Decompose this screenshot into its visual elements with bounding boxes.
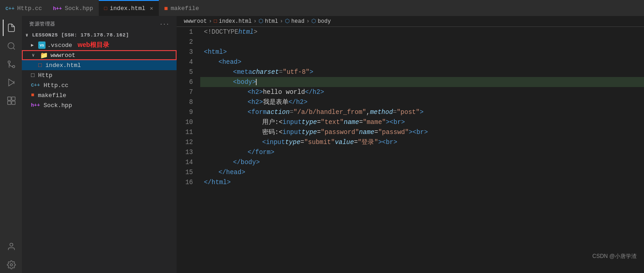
activity-source-control-icon[interactable]	[3, 56, 19, 72]
breadcrumb-sep-4: ›	[306, 18, 309, 25]
index-html-label: index.html	[46, 62, 81, 69]
editor: wwwroot › □ index.html › ⬡ html › ⬡ head…	[177, 16, 644, 273]
code-line-6: <body>	[200, 77, 644, 87]
svg-rect-6	[8, 97, 11, 101]
svg-line-1	[13, 48, 15, 50]
breadcrumb-icon-head: ⬡	[285, 18, 289, 25]
breadcrumb-sep-3: ›	[280, 18, 283, 25]
tab-index-html-label: index.html	[110, 5, 145, 12]
code-line-2	[200, 37, 644, 47]
html-file-icon: □	[38, 62, 42, 69]
activity-run-icon[interactable]	[3, 74, 19, 91]
hpp-file-icon: h++	[31, 103, 40, 108]
generic-file-icon: □	[31, 72, 35, 79]
breadcrumb-icon-body: ⬡	[311, 18, 316, 25]
svg-rect-7	[12, 97, 15, 101]
breadcrumb-icon-html: □	[214, 18, 217, 25]
breadcrumb-body: body	[318, 18, 331, 25]
makefile-label: makefile	[38, 92, 66, 99]
activity-files-icon[interactable]	[3, 20, 19, 36]
sidebar-title-text: 资源管理器	[29, 21, 56, 27]
wwwroot-label: wwwroot	[51, 52, 76, 59]
breadcrumb-index-html: index.html	[219, 18, 252, 25]
sidebar-item-index-html[interactable]: □ index.html	[22, 60, 177, 70]
code-line-10: 用户:<input type = "text" name = "mame"><b…	[200, 117, 644, 127]
web-root-annotation: web根目录	[78, 41, 109, 49]
code-line-16: </html>	[200, 177, 644, 187]
editor-content[interactable]: 1 2 3 4 5 6 7 8 9 10 11 12 13 14 15 16	[177, 27, 644, 273]
tab-index-html[interactable]: □ index.html ✕	[99, 0, 159, 16]
activity-extensions-icon[interactable]	[3, 93, 19, 109]
text-cursor	[256, 79, 257, 85]
tab-http-cc-label: Http.cc	[17, 5, 42, 12]
breadcrumb-sep-2: ›	[254, 18, 257, 25]
code-line-4: <head>	[200, 57, 644, 67]
vscode-arrow: ▶	[31, 42, 36, 48]
watermark: CSDN @小唐学渣	[592, 252, 637, 260]
code-line-5: <meta charset="utf-8">	[200, 67, 644, 77]
code-line-3: <html>	[200, 47, 644, 57]
sidebar-item-makefile[interactable]: ■ makefile	[22, 90, 177, 100]
sock-hpp-label: Sock.hpp	[44, 102, 72, 109]
sidebar-title: 资源管理器 ···	[22, 16, 177, 30]
sidebar-tree: ∨ LESSON25 [SSH: 175.178.78.162] ▶ VS .v…	[22, 30, 177, 273]
breadcrumb-icon-html2: ⬡	[259, 18, 263, 25]
html-icon: □	[104, 6, 107, 11]
code-area[interactable]: <!DOCTYPE html> <html> <head> <meta	[198, 27, 644, 273]
workspace-header[interactable]: ∨ LESSON25 [SSH: 175.178.78.162]	[22, 30, 177, 40]
svg-rect-8	[8, 101, 11, 105]
tab-sock-hpp[interactable]: h++ Sock.hpp	[47, 0, 98, 16]
code-line-8: <h2>我是表单</h2>	[200, 97, 644, 107]
breadcrumb-wwwroot: wwwroot	[184, 18, 207, 25]
breadcrumb: wwwroot › □ index.html › ⬡ html › ⬡ head…	[177, 16, 644, 27]
vscode-icon: VS	[38, 41, 46, 49]
cpp-icon: C++	[5, 6, 15, 11]
breadcrumb-head: head	[291, 18, 304, 25]
code-line-14: </body>	[200, 157, 644, 167]
sidebar-item-vscode[interactable]: ▶ VS .vscode web根目录	[22, 40, 177, 50]
activity-settings-icon[interactable]	[3, 257, 19, 273]
wwwroot-arrow: ∨	[32, 52, 37, 58]
doctype-text: <!DOCTYPE	[204, 27, 238, 37]
breadcrumb-sep-1: ›	[208, 18, 212, 25]
line-numbers: 1 2 3 4 5 6 7 8 9 10 11 12 13 14 15 16	[177, 27, 198, 273]
vscode-label: .vscode	[47, 42, 72, 49]
tab-bar: C++ Http.cc h++ Sock.hpp □ index.html ✕ …	[0, 0, 644, 16]
sidebar-more-icon[interactable]: ···	[160, 21, 169, 27]
sidebar-item-http[interactable]: □ Http	[22, 70, 177, 80]
svg-point-10	[10, 243, 13, 247]
tab-makefile[interactable]: ■ makefile	[159, 0, 205, 16]
main-layout: 资源管理器 ··· ∨ LESSON25 [SSH: 175.178.78.16…	[0, 16, 644, 273]
activity-search-icon[interactable]	[3, 38, 19, 54]
code-line-9: <form action="/a/b/handler_from", method…	[200, 107, 644, 117]
cpp-file-icon: C++	[31, 82, 40, 88]
svg-point-11	[10, 264, 13, 266]
tab-http-cc[interactable]: C++ Http.cc	[0, 0, 47, 16]
svg-marker-4	[9, 79, 14, 86]
code-line-12: <input type = "submit" value = "登录"><br>	[200, 137, 644, 147]
http-cc-label: Http.cc	[44, 82, 69, 89]
tab-sock-hpp-label: Sock.hpp	[65, 5, 93, 12]
sidebar-item-wwwroot[interactable]: ∨ 📁 wwwroot	[22, 50, 177, 60]
svg-point-3	[8, 61, 10, 63]
tab-close-icon[interactable]: ✕	[150, 5, 153, 12]
http-label: Http	[38, 72, 52, 79]
svg-point-0	[8, 43, 14, 49]
make-file-icon: ■	[31, 92, 34, 98]
tab-makefile-label: makefile	[171, 5, 199, 12]
code-line-11: 密码:<input type = "password" name = "pass…	[200, 127, 644, 137]
svg-point-2	[13, 66, 15, 68]
sidebar-item-http-cc[interactable]: C++ Http.cc	[22, 80, 177, 90]
activity-account-icon[interactable]	[3, 238, 19, 255]
code-line-7: <h2>hello world</h2>	[200, 87, 644, 97]
folder-icon: 📁	[40, 52, 48, 59]
activity-bar	[0, 16, 22, 273]
sidebar-item-sock-hpp[interactable]: h++ Sock.hpp	[22, 100, 177, 110]
code-line-13: </form>	[200, 147, 644, 157]
svg-rect-9	[12, 101, 15, 105]
breadcrumb-html: html	[265, 18, 278, 25]
code-line-1: <!DOCTYPE html>	[200, 27, 644, 37]
workspace-label: LESSON25 [SSH: 175.178.78.162]	[32, 32, 129, 38]
make-icon: ■	[164, 5, 168, 12]
hpp-icon: h++	[53, 6, 62, 11]
